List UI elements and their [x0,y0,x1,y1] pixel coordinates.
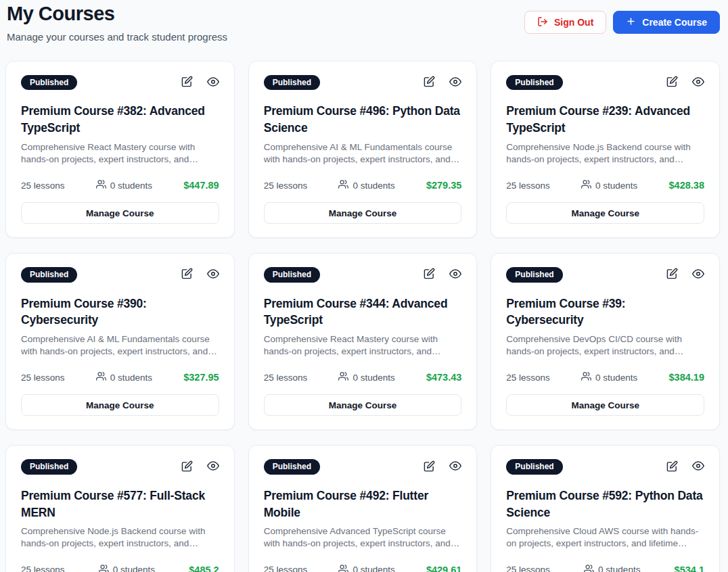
edit-course-button[interactable] [666,460,678,474]
edit-pencil-icon [181,460,193,474]
course-description: Comprehensive Node.js Backend course wit… [21,525,219,549]
course-price: $429.61 [426,565,461,572]
users-icon [581,371,591,383]
preview-course-button[interactable] [692,76,704,90]
course-meta-row: 25 lessons 0 students $384.19 [506,371,704,383]
edit-course-button[interactable] [666,76,678,89]
edit-course-button[interactable] [666,268,678,281]
course-title: Premium Course #382: Advanced TypeScript [21,103,219,137]
students-count: 0 students [338,564,394,572]
course-title: Premium Course #344: Advanced TypeScript [264,295,462,329]
course-title: Premium Course #39: Cybersecurity [506,295,704,329]
course-meta-row: 25 lessons 0 students $327.95 [21,371,219,383]
edit-course-button[interactable] [424,76,435,89]
students-count: 0 students [96,371,152,383]
lessons-count: 25 lessons [21,373,65,383]
students-count: 0 students [338,179,394,191]
status-badge: Published [264,75,320,90]
course-price: $473.43 [426,372,461,383]
preview-course-button[interactable] [449,460,461,474]
preview-course-button[interactable] [207,460,219,474]
course-description: Comprehensive Cloud AWS course with hand… [506,525,704,549]
card-actions [666,268,704,282]
course-card: Published [5,253,235,430]
users-icon [338,564,348,572]
card-actions [181,76,219,90]
edit-pencil-icon [666,460,678,474]
card-top-row: Published [506,267,704,282]
course-meta-row: 25 lessons 0 students $473.43 [264,371,462,383]
manage-course-button[interactable]: Manage Course [264,394,462,416]
sign-out-button[interactable]: Sign Out [524,11,606,34]
preview-course-button[interactable] [449,268,461,282]
course-card: Published [491,445,720,572]
manage-course-button[interactable]: Manage Course [21,394,219,416]
students-count: 0 students [99,564,155,572]
card-actions [666,460,704,474]
status-badge: Published [21,75,77,90]
edit-pencil-icon [424,460,435,474]
create-course-button[interactable]: Create Course [613,11,720,34]
students-count-label: 0 students [352,373,394,383]
lessons-count: 25 lessons [264,373,308,383]
preview-course-button[interactable] [692,460,704,474]
course-price: $327.95 [183,372,219,383]
edit-course-button[interactable] [181,268,193,281]
students-count-label: 0 students [352,565,394,572]
lessons-count: 25 lessons [506,373,550,383]
eye-icon [692,460,704,474]
edit-pencil-icon [181,268,193,281]
course-title: Premium Course #492: Flutter Mobile [264,487,462,521]
course-card: Published [491,61,720,238]
lessons-count: 25 lessons [21,565,65,572]
card-top-row: Published [264,459,462,474]
preview-course-button[interactable] [449,76,461,90]
edit-course-button[interactable] [424,460,435,474]
card-top-row: Published [21,267,219,282]
lessons-count: 25 lessons [506,181,550,191]
card-actions [181,268,219,282]
edit-pencil-icon [181,76,193,89]
card-actions [424,268,461,282]
status-badge: Published [264,459,320,474]
manage-course-button[interactable]: Manage Course [506,202,704,224]
sign-out-label: Sign Out [554,17,593,28]
students-count: 0 students [96,179,152,191]
preview-course-button[interactable] [207,268,219,282]
courses-page: My Courses Manage your courses and track… [0,0,728,572]
course-price: $428.38 [669,180,704,191]
manage-course-button[interactable]: Manage Course [21,202,219,224]
course-title: Premium Course #239: Advanced TypeScript [506,103,704,137]
status-badge: Published [264,267,320,282]
students-count-label: 0 students [352,181,394,191]
status-badge: Published [506,267,562,282]
course-title: Premium Course #496: Python Data Science [264,103,462,137]
edit-pencil-icon [666,268,678,281]
course-title: Premium Course #390: Cybersecurity [21,295,219,329]
students-count-label: 0 students [595,373,637,383]
students-count: 0 students [338,371,394,383]
edit-course-button[interactable] [181,460,193,474]
preview-course-button[interactable] [207,76,219,90]
manage-course-button[interactable]: Manage Course [264,202,462,224]
edit-course-button[interactable] [424,268,435,281]
status-badge: Published [21,267,77,282]
card-top-row: Published [21,75,219,90]
course-card: Published [248,445,478,572]
course-description: Comprehensive AI & ML Fundamentals cours… [21,333,219,357]
edit-pencil-icon [424,76,435,89]
eye-icon [207,76,219,90]
students-count-label: 0 students [110,181,152,191]
status-badge: Published [21,459,77,474]
manage-course-button[interactable]: Manage Course [506,394,704,416]
eye-icon [449,76,461,90]
users-icon [581,179,591,191]
card-actions [424,460,461,474]
edit-course-button[interactable] [181,76,193,89]
preview-course-button[interactable] [692,268,704,282]
students-count: 0 students [581,179,637,191]
course-description: Comprehensive React Mastery course with … [264,333,462,357]
course-grid: Published [5,61,720,572]
course-price: $485.2 [189,565,219,572]
students-count-label: 0 students [595,181,637,191]
